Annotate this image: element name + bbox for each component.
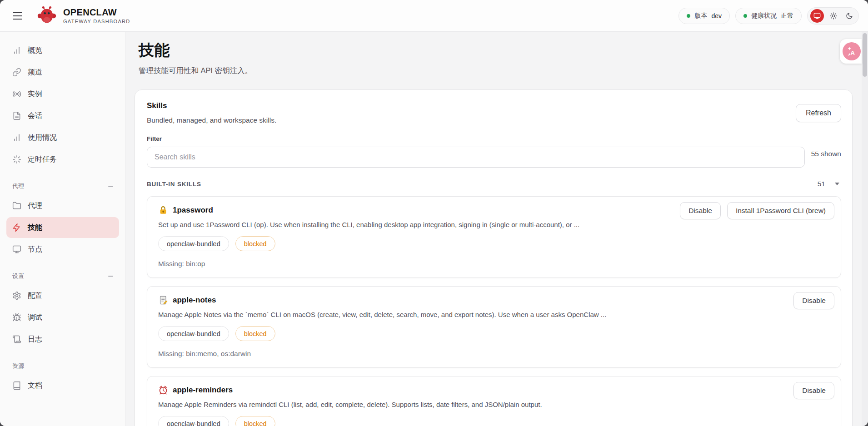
- scroll-icon: [12, 335, 21, 344]
- blocked-badge: blocked: [235, 236, 275, 251]
- translate-icon: A: [843, 42, 861, 60]
- svg-text:A: A: [850, 50, 855, 56]
- sidebar-item-skills[interactable]: 技能: [6, 217, 119, 238]
- bundled-badge: openclaw-bundled: [158, 326, 229, 341]
- missing-requirements-text: Missing: bin:op: [158, 260, 830, 268]
- green-status-dot-icon: [743, 14, 747, 18]
- alarm-clock-emoji-icon: [158, 385, 168, 395]
- theme-system-button[interactable]: [810, 9, 824, 23]
- sidebar-group-settings[interactable]: 设置: [6, 272, 119, 280]
- sidebar-item-docs[interactable]: 文档: [6, 375, 119, 396]
- health-value: 正常: [781, 12, 793, 20]
- version-status-badge: 版本 dev: [678, 8, 730, 24]
- link-icon: [12, 68, 21, 77]
- skills-panel: Skills Bundled, managed, and workspace s…: [135, 89, 853, 426]
- scrollbar-thumb[interactable]: [863, 33, 867, 77]
- app-subtitle: GATEWAY DASHBOARD: [63, 19, 130, 24]
- brand: OPENCLAW GATEWAY DASHBOARD: [36, 5, 130, 26]
- sidebar-item-agents[interactable]: 代理: [6, 195, 119, 216]
- sidebar-item-logs[interactable]: 日志: [6, 329, 119, 350]
- app-body: 概览 频道 实例 会话: [0, 32, 868, 426]
- panel-title: Skills: [147, 101, 276, 110]
- folder-icon: [12, 201, 21, 210]
- sidebar-item-config[interactable]: 配置: [6, 285, 119, 306]
- collapse-minus-icon: [108, 276, 113, 277]
- sidebar-item-nodes[interactable]: 节点: [6, 239, 119, 260]
- skill-description: Manage Apple Reminders via remindctl CLI…: [158, 401, 830, 408]
- skill-name: apple-reminders: [173, 386, 233, 395]
- app-window: OPENCLAW GATEWAY DASHBOARD 版本 dev 健康状况 正…: [0, 0, 868, 426]
- file-text-icon: [12, 111, 21, 120]
- sidebar-item-label: 技能: [28, 223, 42, 233]
- memo-emoji-icon: [158, 295, 168, 305]
- panel-header: Skills Bundled, managed, and workspace s…: [147, 101, 841, 124]
- lock-emoji-icon: [158, 205, 168, 215]
- brand-text: OPENCLAW GATEWAY DASHBOARD: [63, 7, 130, 24]
- card-actions: Disable: [793, 382, 834, 399]
- sidebar-item-channels[interactable]: 频道: [6, 62, 119, 83]
- sidebar-item-label: 频道: [28, 68, 42, 77]
- theme-dark-button[interactable]: [843, 10, 856, 22]
- section-count: 51: [818, 180, 825, 188]
- section-collapse-control[interactable]: 51: [818, 180, 841, 188]
- filter-label: Filter: [147, 135, 841, 142]
- version-value: dev: [711, 12, 722, 20]
- health-status-badge: 健康状况 正常: [735, 8, 802, 24]
- section-title: BUILT-IN SKILLS: [147, 181, 201, 188]
- monitor-icon: [12, 245, 21, 254]
- card-title-row: apple-notes: [158, 295, 830, 305]
- blocked-badge: blocked: [235, 326, 275, 341]
- loader-icon: [12, 155, 21, 164]
- gear-icon: [12, 291, 21, 300]
- sidebar-item-label: 节点: [28, 245, 42, 254]
- translate-floating-button[interactable]: A: [840, 39, 862, 64]
- install-cli-button[interactable]: Install 1Password CLI (brew): [727, 202, 834, 219]
- zap-icon: [12, 223, 21, 232]
- caret-down-icon: [835, 183, 839, 185]
- sidebar-group-resources[interactable]: 资源: [6, 362, 119, 370]
- refresh-button[interactable]: Refresh: [796, 104, 841, 122]
- disable-skill-button[interactable]: Disable: [680, 202, 721, 219]
- sidebar-group-agents[interactable]: 代理: [6, 182, 119, 190]
- skill-description: Set up and use 1Password CLI (op). Use w…: [158, 221, 830, 228]
- sidebar-item-overview[interactable]: 概览: [6, 40, 119, 61]
- sidebar: 概览 频道 实例 会话: [0, 32, 126, 426]
- sidebar-item-label: 代理: [28, 201, 42, 211]
- sidebar-item-usage[interactable]: 使用情况: [6, 127, 119, 148]
- moon-icon: [846, 12, 853, 20]
- sidebar-item-label: 实例: [28, 89, 42, 99]
- disable-skill-button[interactable]: Disable: [793, 382, 834, 399]
- sidebar-item-debug[interactable]: 调试: [6, 307, 119, 328]
- card-actions: Disable: [793, 292, 834, 309]
- collapse-minus-icon: [108, 186, 113, 187]
- sidebar-item-instances[interactable]: 实例: [6, 84, 119, 104]
- builtin-skills-section-header: BUILT-IN SKILLS 51: [147, 180, 841, 188]
- blocked-badge: blocked: [235, 416, 275, 426]
- skill-card-1password: 1password Set up and use 1Password CLI (…: [147, 196, 841, 278]
- sidebar-group-label: 设置: [12, 272, 24, 280]
- app-title: OPENCLAW: [63, 7, 130, 17]
- openclaw-mascot-logo-icon: [36, 5, 57, 26]
- panel-description: Bundled, managed, and workspace skills.: [147, 116, 276, 124]
- card-title-row: apple-reminders: [158, 385, 830, 395]
- theme-light-button[interactable]: [827, 10, 840, 22]
- version-label: 版本: [694, 12, 707, 20]
- sidebar-item-label: 概览: [28, 46, 42, 55]
- sidebar-item-cron-jobs[interactable]: 定时任务: [6, 149, 119, 170]
- sidebar-item-label: 会话: [28, 111, 42, 121]
- main-content: 技能 管理技能可用性和 API 密钥注入。 Skills Bundled, ma…: [126, 32, 868, 426]
- skill-name: 1password: [173, 206, 213, 215]
- search-input[interactable]: [147, 147, 805, 168]
- theme-switcher: [807, 7, 859, 25]
- filter-row: 55 shown: [147, 147, 841, 168]
- skill-card-apple-notes: apple-notes Manage Apple Notes via the `…: [147, 286, 841, 368]
- sidebar-item-sessions[interactable]: 会话: [6, 105, 119, 126]
- app-header: OPENCLAW GATEWAY DASHBOARD 版本 dev 健康状况 正…: [0, 0, 868, 32]
- bar-chart-icon: [12, 46, 21, 55]
- sidebar-item-label: 文档: [28, 381, 42, 391]
- sidebar-item-label: 使用情况: [28, 133, 57, 143]
- disable-skill-button[interactable]: Disable: [793, 292, 834, 309]
- menu-toggle-button[interactable]: [10, 6, 29, 25]
- book-icon: [12, 381, 21, 390]
- page-subtitle: 管理技能可用性和 API 密钥注入。: [139, 66, 868, 76]
